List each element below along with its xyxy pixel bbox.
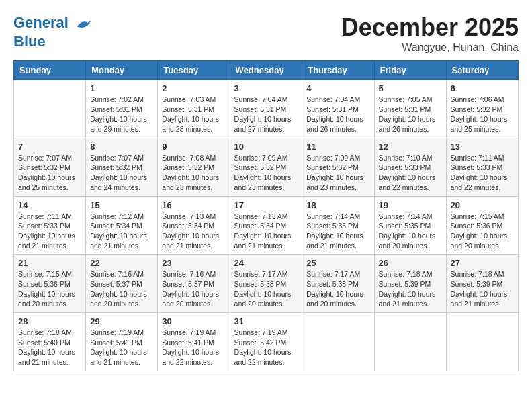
calendar-cell: 31Sunrise: 7:19 AM Sunset: 5:42 PM Dayli… (230, 313, 302, 371)
day-info: Sunrise: 7:11 AM Sunset: 5:33 PM Dayligh… (18, 212, 81, 251)
calendar-cell (302, 313, 374, 371)
calendar-cell: 15Sunrise: 7:12 AM Sunset: 5:34 PM Dayli… (86, 196, 158, 255)
day-number: 22 (90, 258, 153, 268)
day-number: 27 (451, 258, 514, 268)
calendar-cell: 16Sunrise: 7:13 AM Sunset: 5:34 PM Dayli… (158, 196, 230, 255)
calendar-cell: 29Sunrise: 7:19 AM Sunset: 5:41 PM Dayli… (86, 313, 158, 371)
calendar-cell: 7Sunrise: 7:07 AM Sunset: 5:32 PM Daylig… (14, 138, 86, 196)
day-number: 5 (379, 83, 442, 93)
calendar-cell: 2Sunrise: 7:03 AM Sunset: 5:31 PM Daylig… (158, 80, 230, 138)
week-row-3: 14Sunrise: 7:11 AM Sunset: 5:33 PM Dayli… (14, 196, 519, 255)
day-number: 12 (379, 142, 442, 152)
day-number: 25 (306, 258, 369, 268)
day-info: Sunrise: 7:13 AM Sunset: 5:34 PM Dayligh… (234, 212, 298, 251)
day-number: 6 (451, 83, 514, 93)
day-number: 7 (18, 142, 81, 152)
day-info: Sunrise: 7:19 AM Sunset: 5:41 PM Dayligh… (90, 328, 153, 367)
calendar-cell: 6Sunrise: 7:06 AM Sunset: 5:32 PM Daylig… (446, 80, 518, 138)
week-row-1: 1Sunrise: 7:02 AM Sunset: 5:31 PM Daylig… (14, 80, 519, 138)
calendar-cell: 5Sunrise: 7:05 AM Sunset: 5:31 PM Daylig… (374, 80, 446, 138)
calendar-cell: 10Sunrise: 7:09 AM Sunset: 5:32 PM Dayli… (230, 138, 302, 196)
weekday-header-wednesday: Wednesday (230, 61, 302, 80)
calendar-cell: 11Sunrise: 7:09 AM Sunset: 5:32 PM Dayli… (302, 138, 374, 196)
day-info: Sunrise: 7:07 AM Sunset: 5:32 PM Dayligh… (18, 153, 81, 193)
day-info: Sunrise: 7:07 AM Sunset: 5:32 PM Dayligh… (90, 153, 153, 193)
calendar-cell: 8Sunrise: 7:07 AM Sunset: 5:32 PM Daylig… (86, 138, 158, 196)
calendar-cell: 3Sunrise: 7:04 AM Sunset: 5:31 PM Daylig… (230, 80, 302, 138)
day-number: 9 (162, 142, 225, 152)
title-block: December 2025 Wangyue, Hunan, China (341, 13, 519, 54)
week-row-4: 21Sunrise: 7:15 AM Sunset: 5:36 PM Dayli… (14, 255, 519, 313)
month-title: December 2025 (341, 13, 519, 42)
location: Wangyue, Hunan, China (341, 42, 519, 54)
day-info: Sunrise: 7:17 AM Sunset: 5:38 PM Dayligh… (234, 269, 298, 309)
weekday-header-monday: Monday (86, 61, 158, 80)
day-number: 19 (379, 200, 442, 210)
day-number: 21 (18, 258, 81, 268)
day-info: Sunrise: 7:13 AM Sunset: 5:34 PM Dayligh… (162, 212, 225, 251)
day-info: Sunrise: 7:16 AM Sunset: 5:37 PM Dayligh… (90, 269, 153, 309)
day-info: Sunrise: 7:14 AM Sunset: 5:35 PM Dayligh… (379, 212, 442, 251)
day-number: 8 (90, 142, 153, 152)
day-number: 10 (234, 142, 298, 152)
day-number: 20 (451, 200, 514, 210)
day-info: Sunrise: 7:14 AM Sunset: 5:35 PM Dayligh… (306, 212, 369, 251)
day-info: Sunrise: 7:12 AM Sunset: 5:34 PM Dayligh… (90, 212, 153, 251)
day-number: 14 (18, 200, 81, 210)
day-info: Sunrise: 7:16 AM Sunset: 5:37 PM Dayligh… (162, 269, 225, 309)
day-info: Sunrise: 7:15 AM Sunset: 5:36 PM Dayligh… (18, 269, 81, 309)
day-info: Sunrise: 7:18 AM Sunset: 5:39 PM Dayligh… (379, 269, 442, 309)
calendar-cell: 1Sunrise: 7:02 AM Sunset: 5:31 PM Daylig… (86, 80, 158, 138)
calendar-cell: 4Sunrise: 7:04 AM Sunset: 5:31 PM Daylig… (302, 80, 374, 138)
calendar-cell: 27Sunrise: 7:18 AM Sunset: 5:39 PM Dayli… (446, 255, 518, 313)
day-info: Sunrise: 7:19 AM Sunset: 5:42 PM Dayligh… (234, 328, 298, 367)
calendar-cell: 20Sunrise: 7:15 AM Sunset: 5:36 PM Dayli… (446, 196, 518, 255)
day-number: 17 (234, 200, 298, 210)
calendar-cell: 30Sunrise: 7:19 AM Sunset: 5:41 PM Dayli… (158, 313, 230, 371)
day-info: Sunrise: 7:19 AM Sunset: 5:41 PM Dayligh… (162, 328, 225, 367)
weekday-header-sunday: Sunday (14, 61, 86, 80)
weekday-header-friday: Friday (374, 61, 446, 80)
day-number: 2 (162, 83, 225, 93)
day-info: Sunrise: 7:15 AM Sunset: 5:36 PM Dayligh… (451, 212, 514, 251)
calendar-cell: 19Sunrise: 7:14 AM Sunset: 5:35 PM Dayli… (374, 196, 446, 255)
calendar-cell: 23Sunrise: 7:16 AM Sunset: 5:37 PM Dayli… (158, 255, 230, 313)
day-number: 3 (234, 83, 298, 93)
day-number: 28 (18, 316, 81, 326)
calendar-cell (374, 313, 446, 371)
calendar-cell: 26Sunrise: 7:18 AM Sunset: 5:39 PM Dayli… (374, 255, 446, 313)
calendar-cell (14, 80, 86, 138)
calendar-cell: 18Sunrise: 7:14 AM Sunset: 5:35 PM Dayli… (302, 196, 374, 255)
day-info: Sunrise: 7:04 AM Sunset: 5:31 PM Dayligh… (234, 95, 298, 134)
day-info: Sunrise: 7:10 AM Sunset: 5:33 PM Dayligh… (379, 153, 442, 193)
calendar-cell: 12Sunrise: 7:10 AM Sunset: 5:33 PM Dayli… (374, 138, 446, 196)
day-info: Sunrise: 7:03 AM Sunset: 5:31 PM Dayligh… (162, 95, 225, 134)
week-row-5: 28Sunrise: 7:18 AM Sunset: 5:40 PM Dayli… (14, 313, 519, 371)
weekday-header-row: SundayMondayTuesdayWednesdayThursdayFrid… (14, 61, 519, 80)
calendar-cell: 25Sunrise: 7:17 AM Sunset: 5:38 PM Dayli… (302, 255, 374, 313)
day-info: Sunrise: 7:18 AM Sunset: 5:40 PM Dayligh… (18, 328, 81, 367)
day-number: 1 (90, 83, 153, 93)
logo-bird-icon (74, 13, 94, 34)
day-number: 15 (90, 200, 153, 210)
day-number: 30 (162, 316, 225, 326)
logo: General Blue (13, 13, 94, 50)
day-number: 24 (234, 258, 298, 268)
calendar-cell: 9Sunrise: 7:08 AM Sunset: 5:32 PM Daylig… (158, 138, 230, 196)
day-number: 4 (306, 83, 369, 93)
calendar-cell: 21Sunrise: 7:15 AM Sunset: 5:36 PM Dayli… (14, 255, 86, 313)
day-number: 18 (306, 200, 369, 210)
day-info: Sunrise: 7:09 AM Sunset: 5:32 PM Dayligh… (234, 153, 298, 193)
calendar-cell: 24Sunrise: 7:17 AM Sunset: 5:38 PM Dayli… (230, 255, 302, 313)
logo-text: General (13, 13, 94, 34)
day-number: 29 (90, 316, 153, 326)
day-number: 13 (451, 142, 514, 152)
week-row-2: 7Sunrise: 7:07 AM Sunset: 5:32 PM Daylig… (14, 138, 519, 196)
calendar-table: SundayMondayTuesdayWednesdayThursdayFrid… (13, 60, 519, 371)
weekday-header-thursday: Thursday (302, 61, 374, 80)
day-number: 11 (306, 142, 369, 152)
calendar-cell: 13Sunrise: 7:11 AM Sunset: 5:33 PM Dayli… (446, 138, 518, 196)
weekday-header-tuesday: Tuesday (158, 61, 230, 80)
day-info: Sunrise: 7:09 AM Sunset: 5:32 PM Dayligh… (306, 153, 369, 193)
weekday-header-saturday: Saturday (446, 61, 518, 80)
